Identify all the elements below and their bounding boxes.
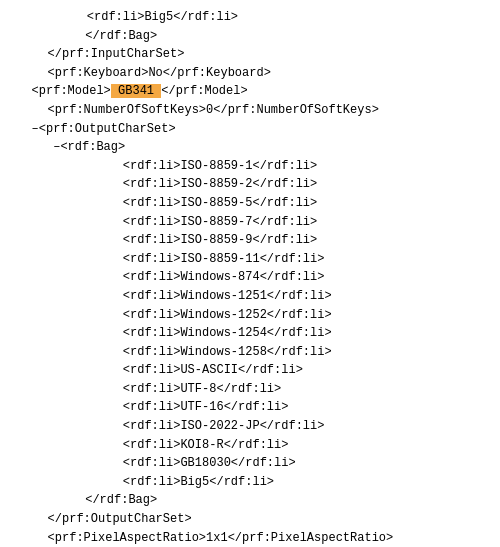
line-25: <rdf:li>GB18030</rdf:li> <box>10 454 490 473</box>
line-2: </rdf:Bag> <box>10 27 490 46</box>
xml-content: <rdf:li>Big5</rdf:li> </rdf:Bag> </prf:I… <box>10 8 490 547</box>
line-26: <rdf:li>Big5</rdf:li> <box>10 473 490 492</box>
line-28: </prf:OutputCharSet> <box>10 510 490 529</box>
line-24: <rdf:li>KOI8-R</rdf:li> <box>10 436 490 455</box>
line-11: <rdf:li>ISO-8859-5</rdf:li> <box>10 194 490 213</box>
line-18: <rdf:li>Windows-1254</rdf:li> <box>10 324 490 343</box>
line-19: <rdf:li>Windows-1258</rdf:li> <box>10 343 490 362</box>
line-8: –<rdf:Bag> <box>10 138 490 157</box>
line-23: <rdf:li>ISO-2022-JP</rdf:li> <box>10 417 490 436</box>
line-29: <prf:PixelAspectRatio>1x1</prf:PixelAspe… <box>10 529 490 547</box>
line-14: <rdf:li>ISO-8859-11</rdf:li> <box>10 250 490 269</box>
line-20: <rdf:li>US-ASCII</rdf:li> <box>10 361 490 380</box>
line-9: <rdf:li>ISO-8859-1</rdf:li> <box>10 157 490 176</box>
line-16: <rdf:li>Windows-1251</rdf:li> <box>10 287 490 306</box>
line-13: <rdf:li>ISO-8859-9</rdf:li> <box>10 231 490 250</box>
line-12: <rdf:li>ISO-8859-7</rdf:li> <box>10 213 490 232</box>
line-6: <prf:NumberOfSoftKeys>0</prf:NumberOfSof… <box>10 101 490 120</box>
line-15: <rdf:li>Windows-874</rdf:li> <box>10 268 490 287</box>
line-7: –<prf:OutputCharSet> <box>10 120 490 139</box>
line-22: <rdf:li>UTF-16</rdf:li> <box>10 398 490 417</box>
line-3: </prf:InputCharSet> <box>10 45 490 64</box>
line-10: <rdf:li>ISO-8859-2</rdf:li> <box>10 175 490 194</box>
line-27: </rdf:Bag> <box>10 491 490 510</box>
model-highlight: GB341 <box>111 84 161 98</box>
line-1: <rdf:li>Big5</rdf:li> <box>10 8 490 27</box>
line-4: <prf:Keyboard>No</prf:Keyboard> <box>10 64 490 83</box>
line-17: <rdf:li>Windows-1252</rdf:li> <box>10 306 490 325</box>
line-21: <rdf:li>UTF-8</rdf:li> <box>10 380 490 399</box>
line-5: <prf:Model> GB341 </prf:Model> <box>10 82 490 101</box>
